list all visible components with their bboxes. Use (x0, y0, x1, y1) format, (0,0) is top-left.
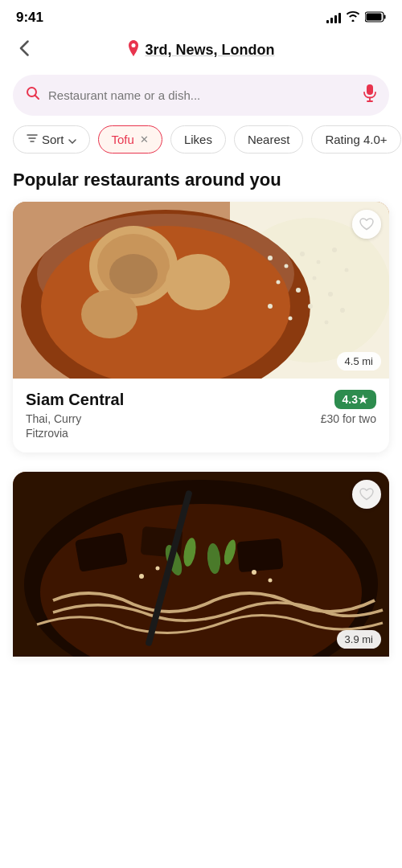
location-text: 3rd, News, London (145, 42, 274, 59)
food-image-noodle (13, 472, 389, 657)
svg-rect-1 (367, 13, 382, 20)
svg-point-26 (332, 248, 337, 252)
mic-icon[interactable] (363, 84, 376, 106)
food-image-curry (13, 202, 389, 379)
restaurant-card-2: 3.9 mi (13, 472, 389, 657)
filter-row: Sort Tofu ✕ Likes Nearest Rating 4.0+ (0, 125, 402, 166)
svg-point-33 (289, 317, 293, 321)
svg-point-24 (300, 252, 305, 256)
nearest-label: Nearest (248, 133, 290, 146)
restaurant-image-wrap: 4.5 mi (13, 202, 389, 379)
svg-point-20 (81, 290, 137, 338)
restaurant-image-wrap-2: 3.9 mi (13, 472, 389, 657)
status-bar: 9:41 (0, 0, 402, 32)
favorite-button[interactable] (352, 210, 381, 239)
likes-label: Likes (184, 133, 212, 146)
svg-rect-42 (236, 538, 283, 573)
svg-point-3 (132, 43, 136, 47)
card-header-row: Siam Central 4.3★ (26, 390, 376, 409)
svg-point-34 (308, 304, 313, 309)
search-input[interactable] (48, 88, 355, 102)
cuisine-tags: Thai, Curry (26, 412, 81, 425)
svg-point-23 (285, 264, 289, 268)
location-pin-icon (127, 40, 140, 60)
svg-point-31 (345, 268, 349, 272)
card-body: Siam Central 4.3★ Thai, Curry £30 for tw… (13, 379, 389, 452)
search-icon (26, 86, 40, 104)
svg-point-32 (268, 304, 273, 309)
status-icons (326, 11, 386, 25)
svg-point-22 (268, 256, 273, 260)
svg-point-21 (109, 254, 158, 294)
rating-badge: 4.3★ (334, 390, 376, 409)
battery-icon (365, 11, 386, 25)
tofu-filter-chip[interactable]: Tofu ✕ (98, 125, 162, 154)
svg-point-29 (313, 276, 317, 280)
svg-point-36 (340, 308, 345, 313)
sort-icon (27, 133, 38, 146)
signal-icon (326, 12, 341, 23)
svg-point-48 (139, 574, 144, 579)
back-button[interactable] (16, 37, 32, 64)
location-label[interactable]: 3rd, News, London (127, 40, 274, 60)
rating-filter-chip[interactable]: Rating 4.0+ (311, 125, 400, 154)
svg-point-35 (325, 321, 329, 325)
likes-filter-chip[interactable]: Likes (170, 125, 226, 154)
rating-label: Rating 4.0+ (325, 133, 387, 146)
svg-point-30 (328, 292, 333, 297)
restaurant-name: Siam Central (26, 391, 124, 409)
sort-filter-chip[interactable]: Sort (13, 125, 90, 154)
svg-point-27 (277, 280, 281, 285)
status-time: 9:41 (16, 10, 43, 26)
wifi-icon (346, 11, 360, 24)
section-title: Popular restaurants around you (0, 166, 402, 202)
search-container (0, 70, 402, 125)
nearest-filter-chip[interactable]: Nearest (234, 125, 304, 154)
header: 3rd, News, London (0, 32, 402, 70)
card-meta-row: Thai, Curry £30 for two (26, 412, 376, 425)
tofu-label: Tofu (112, 133, 134, 146)
favorite-button-2[interactable] (352, 480, 381, 509)
distance-badge-2: 3.9 mi (337, 630, 381, 649)
search-bar (13, 75, 389, 116)
svg-point-19 (166, 254, 230, 310)
svg-point-51 (269, 579, 273, 583)
price-info: £30 for two (321, 412, 376, 425)
svg-rect-5 (367, 84, 373, 95)
restaurant-location: Fitzrovia (26, 427, 376, 440)
rating-value: 4.3★ (343, 393, 368, 406)
sort-label: Sort (42, 133, 64, 146)
svg-point-25 (317, 260, 321, 264)
distance-badge: 4.5 mi (337, 352, 381, 371)
chevron-down-icon (68, 133, 76, 146)
svg-point-50 (252, 570, 256, 575)
tofu-close-icon[interactable]: ✕ (140, 133, 149, 145)
svg-rect-2 (384, 14, 386, 18)
svg-point-49 (156, 567, 160, 571)
svg-point-28 (296, 288, 301, 293)
restaurant-card-siam-central: 4.5 mi Siam Central 4.3★ Thai, Curry £30… (13, 202, 389, 452)
